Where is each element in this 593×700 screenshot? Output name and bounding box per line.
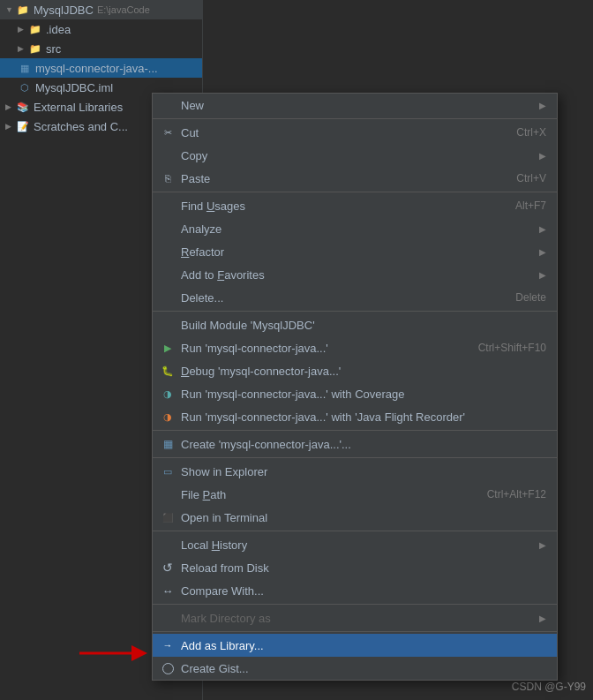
coverage-icon [160, 386, 176, 402]
menu-label-delete: Delete... [181, 291, 498, 305]
menu-item-copy[interactable]: Copy ▶ [153, 144, 557, 167]
menu-item-create[interactable]: Create 'mysql-connector-java...'... [153, 433, 557, 455]
menu-item-refactor[interactable]: Refactor ▶ [153, 240, 557, 263]
menu-item-flight[interactable]: Run 'mysql-connector-java...' with 'Java… [153, 405, 557, 428]
sep4 [153, 430, 557, 431]
paste-shortcut: Ctrl+V [516, 172, 546, 184]
sep7 [153, 604, 557, 605]
menu-item-new[interactable]: New ▶ [153, 94, 557, 117]
menu-label-filepath: File Path [181, 488, 469, 501]
root-label: MysqlJDBC [34, 4, 94, 17]
menu-label-coverage: Run 'mysql-connector-java...' with Cover… [181, 388, 546, 401]
root-path: E:\javaCode [97, 4, 150, 15]
menu-item-local-history[interactable]: Local History ▶ [153, 533, 557, 556]
terminal-icon [160, 509, 176, 525]
menu-item-delete[interactable]: Delete... Delete [153, 286, 557, 309]
menu-item-favorites[interactable]: Add to Favorites ▶ [153, 263, 557, 286]
ext-libs-label: External Libraries [34, 101, 123, 114]
menu-label-analyze: Analyze [181, 222, 532, 236]
jar-icon: ▦ [18, 61, 32, 75]
explorer-icon: ▭ [160, 463, 176, 479]
refactor-arrow: ▶ [539, 247, 546, 257]
menu-item-find-usages[interactable]: Find Usages Alt+F7 [153, 194, 557, 217]
idea-icon: 📁 [28, 22, 42, 36]
menu-label-flight: Run 'mysql-connector-java...' with 'Java… [181, 410, 546, 424]
scratches-icon: 📝 [16, 119, 30, 133]
paste-icon: ⎘ [160, 170, 176, 186]
menu-label-run: Run 'mysql-connector-java...' [181, 342, 461, 355]
flight-icon [160, 409, 176, 425]
delete-icon [160, 290, 176, 305]
sidebar-item-root[interactable]: 📁 MysqlJDBC E:\javaCode [0, 0, 202, 19]
menu-label-mark-dir: Mark Directory as [181, 612, 532, 625]
menu-item-analyze[interactable]: Analyze ▶ [153, 217, 557, 240]
menu-item-explorer[interactable]: ▭ Show in Explorer [153, 460, 557, 483]
menu-item-coverage[interactable]: Run 'mysql-connector-java...' with Cover… [153, 382, 557, 405]
sidebar-item-mysql-jar[interactable]: ▦ mysql-connector-java-... [0, 58, 202, 78]
menu-label-refactor: Refactor [181, 245, 532, 259]
sep6 [153, 531, 557, 531]
favorites-icon [160, 267, 176, 282]
menu-item-build[interactable]: Build Module 'MysqlJDBC' [153, 313, 557, 336]
menu-label-terminal: Open in Terminal [181, 511, 546, 524]
sep5 [153, 457, 557, 458]
menu-item-cut[interactable]: Cut Ctrl+X [153, 121, 557, 144]
sep2 [153, 192, 557, 192]
sidebar-item-idea[interactable]: 📁 .idea [0, 19, 202, 39]
jar-label: mysql-connector-java-... [35, 62, 158, 75]
idea-arrow [18, 25, 26, 34]
menu-label-reload: Reload from Disk [181, 561, 546, 575]
menu-item-run[interactable]: Run 'mysql-connector-java...' Ctrl+Shift… [153, 336, 557, 359]
expand-arrow [5, 5, 14, 14]
menu-item-add-library[interactable]: → Add as Library... [153, 634, 557, 657]
history-arrow: ▶ [539, 540, 546, 550]
watermark-text: CSDN @G-Y99 [512, 681, 586, 693]
menu-label-paste: Paste [181, 172, 499, 185]
add-library-icon: → [160, 637, 176, 653]
cut-shortcut: Ctrl+X [516, 126, 546, 139]
src-icon: 📁 [28, 41, 42, 56]
ext-libs-arrow [5, 102, 14, 111]
find-shortcut: Alt+F7 [515, 199, 546, 212]
sidebar-item-src[interactable]: 📁 src [0, 39, 202, 58]
iml-icon: ⬡ [18, 80, 32, 94]
run-shortcut: Ctrl+Shift+F10 [478, 342, 546, 354]
scratches-label: Scratches and C... [34, 120, 128, 133]
menu-label-create: Create 'mysql-connector-java...'... [181, 438, 546, 451]
debug-icon: 🐛 [160, 363, 176, 379]
gist-icon [160, 660, 176, 676]
project-icon: 📁 [16, 3, 30, 17]
new-icon [160, 97, 176, 113]
menu-label-new: New [181, 99, 532, 112]
menu-item-debug[interactable]: 🐛 Debug 'mysql-connector-java...' [153, 359, 557, 382]
build-icon [160, 317, 176, 333]
iml-label: MysqlJDBC.iml [35, 81, 113, 94]
filepath-shortcut: Ctrl+Alt+F12 [487, 488, 546, 501]
create-icon [160, 436, 176, 452]
reload-icon [160, 560, 176, 576]
scratches-arrow [5, 122, 14, 131]
menu-label-history: Local History [181, 538, 532, 552]
analyze-arrow: ▶ [539, 224, 546, 234]
menu-label-explorer: Show in Explorer [181, 465, 546, 478]
menu-item-mark-dir[interactable]: Mark Directory as ▶ [153, 606, 557, 629]
menu-item-compare[interactable]: Compare With... [153, 579, 557, 602]
refactor-icon [160, 244, 176, 260]
delete-shortcut: Delete [515, 291, 546, 304]
history-icon [160, 537, 176, 553]
menu-item-paste[interactable]: ⎘ Paste Ctrl+V [153, 167, 557, 190]
context-menu: New ▶ Cut Ctrl+X Copy ▶ ⎘ Paste Ctrl+V F… [152, 93, 558, 681]
menu-item-terminal[interactable]: Open in Terminal [153, 506, 557, 529]
menu-item-filepath[interactable]: File Path Ctrl+Alt+F12 [153, 483, 557, 506]
menu-label-favorites: Add to Favorites [181, 268, 532, 282]
src-arrow [18, 44, 26, 53]
compare-icon [160, 583, 176, 598]
menu-label-copy: Copy [181, 149, 532, 162]
menu-item-reload[interactable]: Reload from Disk [153, 556, 557, 579]
cut-icon [160, 124, 176, 140]
ext-libs-icon: 📚 [16, 100, 30, 114]
menu-item-gist[interactable]: Create Gist... [153, 657, 557, 680]
menu-label-compare: Compare With... [181, 584, 546, 598]
copy-arrow: ▶ [539, 151, 546, 161]
sep3 [153, 311, 557, 312]
